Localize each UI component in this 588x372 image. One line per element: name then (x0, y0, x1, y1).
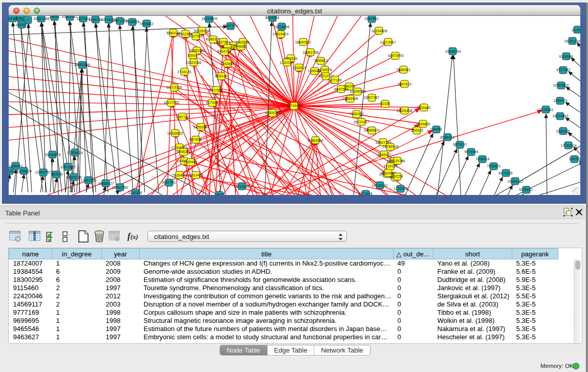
svg-text:7955812: 7955812 (314, 59, 328, 62)
svg-text:15720407: 15720407 (353, 120, 369, 124)
svg-text:15716485: 15716485 (233, 185, 249, 188)
svg-text:7515526: 7515526 (125, 20, 139, 24)
svg-text:93901: 93901 (187, 54, 198, 57)
svg-text:2935114: 2935114 (476, 157, 490, 161)
svg-text:7386322: 7386322 (350, 112, 363, 116)
svg-text:39153: 39153 (9, 169, 15, 173)
svg-text:14353594: 14353594 (193, 125, 209, 129)
svg-text:10654112: 10654112 (508, 180, 524, 183)
svg-text:11156829: 11156829 (16, 169, 32, 173)
svg-text:19218506: 19218506 (273, 25, 289, 29)
svg-text:8813054: 8813054 (265, 16, 279, 19)
svg-text:20206576: 20206576 (45, 153, 60, 157)
svg-text:114519: 114519 (51, 172, 63, 176)
svg-text:12505135: 12505135 (66, 176, 81, 179)
svg-text:16120746: 16120746 (389, 159, 405, 163)
svg-text:18640910: 18640910 (295, 40, 311, 44)
svg-text:887834: 887834 (189, 138, 201, 141)
svg-text:9699695: 9699695 (416, 122, 430, 126)
svg-text:16914479: 16914479 (187, 173, 203, 177)
svg-text:8454749: 8454749 (217, 50, 231, 53)
svg-text:17957255: 17957255 (80, 179, 96, 182)
svg-text:14136141: 14136141 (372, 184, 387, 187)
svg-text:19853: 19853 (49, 16, 59, 18)
svg-text:18724007: 18724007 (286, 104, 302, 107)
svg-text:1244415: 1244415 (553, 99, 567, 102)
svg-text:21364436: 21364436 (342, 97, 358, 100)
svg-text:1: 1 (27, 18, 29, 21)
svg-text:12093822: 12093822 (553, 83, 569, 87)
svg-text:16782759: 16782759 (112, 186, 127, 189)
svg-text:10648764: 10648764 (445, 50, 461, 53)
svg-text:12213967: 12213967 (380, 40, 396, 44)
svg-text:17016504: 17016504 (560, 144, 576, 147)
svg-text:10653287: 10653287 (61, 16, 77, 18)
svg-text:10025438: 10025438 (396, 109, 412, 113)
svg-text:20053346: 20053346 (74, 63, 90, 67)
svg-text:7485063: 7485063 (396, 68, 410, 72)
svg-text:1615132: 1615132 (383, 164, 397, 168)
svg-text:254923: 254923 (411, 128, 423, 132)
svg-text:2242848: 2242848 (220, 62, 234, 65)
svg-text:9327504: 9327504 (216, 40, 230, 44)
svg-text:7632621: 7632621 (487, 164, 500, 168)
svg-text:164093: 164093 (430, 127, 442, 131)
svg-text:6734078: 6734078 (318, 68, 332, 72)
svg-text:16961758: 16961758 (302, 51, 318, 54)
svg-text:2087682: 2087682 (364, 17, 378, 20)
svg-text:10973493: 10973493 (387, 54, 403, 57)
svg-text:1569235: 1569235 (556, 129, 570, 133)
svg-text:2718126: 2718126 (177, 70, 191, 74)
svg-text:12213306: 12213306 (166, 85, 182, 89)
svg-text:1733426: 1733426 (394, 187, 407, 190)
svg-text:1397515: 1397515 (397, 82, 411, 86)
svg-text:1909945: 1909945 (183, 160, 197, 164)
svg-text:6497568: 6497568 (334, 87, 348, 91)
svg-text:10688609: 10688609 (363, 128, 379, 132)
svg-text:1292346: 1292346 (128, 191, 142, 194)
svg-text:252254: 252254 (391, 174, 403, 178)
svg-text:9115460: 9115460 (417, 106, 431, 110)
svg-text:140557: 140557 (15, 23, 27, 27)
svg-text:15751074: 15751074 (564, 39, 580, 43)
svg-text:1571648: 1571648 (358, 192, 372, 195)
svg-text:16154808: 16154808 (371, 29, 387, 33)
svg-text:9227342: 9227342 (556, 68, 570, 72)
svg-text:94575: 94575 (214, 193, 225, 195)
svg-text:9646821: 9646821 (233, 45, 247, 48)
svg-text:417006: 417006 (206, 101, 217, 104)
svg-text:803144: 803144 (215, 74, 227, 78)
svg-text:19325419: 19325419 (272, 32, 288, 36)
svg-text:1498222: 1498222 (177, 150, 190, 154)
svg-text:9857791: 9857791 (162, 181, 176, 184)
svg-text:7625402: 7625402 (172, 173, 186, 177)
svg-text:9777109: 9777109 (328, 78, 341, 82)
svg-text:62160: 62160 (380, 102, 390, 105)
svg-text:19166825: 19166825 (167, 132, 183, 135)
svg-text:116753: 116753 (569, 157, 580, 161)
svg-text:16245454: 16245454 (350, 90, 365, 93)
svg-text:3215953: 3215953 (539, 108, 553, 112)
svg-text:16210643: 16210643 (552, 114, 568, 118)
svg-text:12942757: 12942757 (35, 170, 51, 174)
svg-text:10975857: 10975857 (60, 165, 76, 169)
svg-text:10958127: 10958127 (98, 182, 114, 185)
svg-text:8471626: 8471626 (498, 171, 512, 175)
svg-text:16107552: 16107552 (163, 101, 179, 104)
svg-text:6879197: 6879197 (453, 143, 467, 146)
svg-text:20691406: 20691406 (33, 17, 49, 20)
svg-text:1322017: 1322017 (279, 61, 293, 64)
svg-text:19756928: 19756928 (382, 145, 398, 148)
svg-text:3267130: 3267130 (176, 115, 189, 119)
svg-text:53226058: 53226058 (193, 29, 209, 33)
svg-text:18300295: 18300295 (265, 111, 280, 115)
svg-text:10807487: 10807487 (363, 96, 379, 99)
svg-text:8938923: 8938923 (440, 136, 454, 139)
svg-text:16033809: 16033809 (201, 17, 217, 20)
svg-text:17359924: 17359924 (67, 151, 82, 155)
svg-text:19384554: 19384554 (307, 139, 323, 142)
svg-text:9327503: 9327503 (189, 34, 203, 38)
svg-text:9129966: 9129966 (559, 55, 573, 58)
svg-text:9884067: 9884067 (377, 153, 391, 157)
svg-text:7357274: 7357274 (224, 24, 237, 28)
